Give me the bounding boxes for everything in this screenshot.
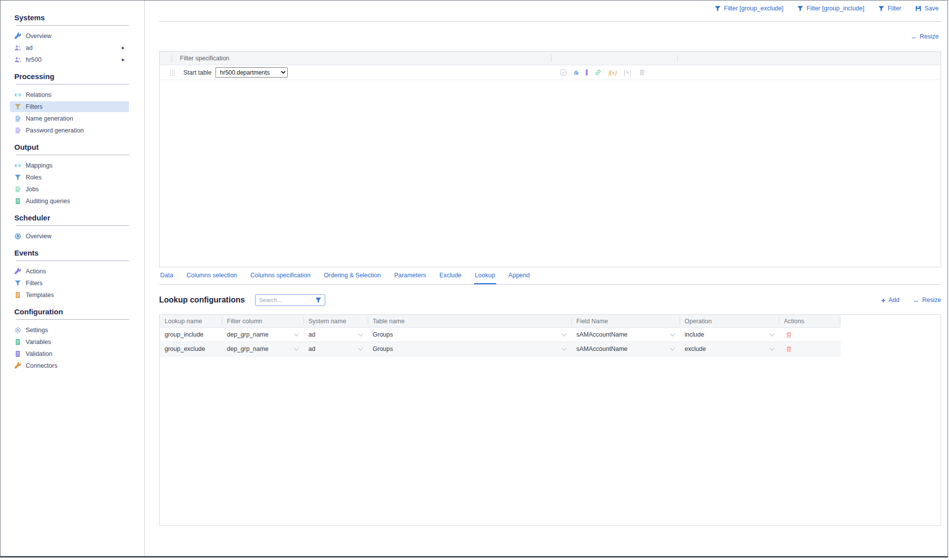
save-button[interactable]: Save: [915, 5, 939, 12]
checkbox-icon[interactable]: [560, 69, 567, 76]
column-header-filter-column: Filter column: [222, 315, 303, 327]
table-name-dropdown[interactable]: Groups: [368, 342, 571, 356]
sidebar-item-label: Overview: [26, 233, 51, 240]
filter-button[interactable]: Filter: [878, 5, 902, 12]
sidebar-item-event-filters[interactable]: Filters: [10, 278, 129, 289]
sidebar-item-label: Password generation: [26, 127, 84, 134]
filter-icon: [797, 5, 804, 12]
chevron-down-icon: [358, 332, 363, 337]
tabs-divider: [159, 284, 941, 285]
link-icon[interactable]: [595, 69, 602, 76]
search-input[interactable]: [256, 297, 315, 303]
sidebar-item-hr500[interactable]: hr500 ▶: [10, 54, 129, 65]
tab-columns-specification[interactable]: Columns specification: [250, 270, 312, 283]
tab-append[interactable]: Append: [508, 270, 531, 283]
operation-dropdown[interactable]: exclude: [680, 342, 779, 356]
lookup-name-cell: group_exclude: [160, 342, 222, 356]
doc-icon: [14, 198, 21, 205]
start-table-row: Start table hr500.departments & f(x) |×|: [160, 65, 941, 80]
toolbar-divider: [159, 21, 941, 22]
delete-row-button[interactable]: [784, 331, 792, 339]
chevron-down-icon: [770, 346, 775, 351]
tab-columns-selection[interactable]: Columns selection: [185, 270, 238, 283]
sidebar-item-label: Variables: [26, 339, 51, 345]
sidebar-item-filters[interactable]: Filters: [10, 101, 129, 112]
edit-doc-icon: [14, 115, 21, 122]
operation-dropdown[interactable]: include: [680, 328, 779, 342]
chevron-down-icon: [294, 346, 299, 351]
column-header-table-name: Table name: [368, 315, 571, 327]
start-table-select[interactable]: hr500.departments: [216, 67, 288, 78]
add-button[interactable]: + Add: [881, 297, 900, 304]
sidebar-item-label: Jobs: [26, 186, 39, 193]
sidebar-item-relations[interactable]: Relations: [10, 89, 129, 100]
column-header-system-name: System name: [303, 315, 368, 327]
or-operator-icon[interactable]: [586, 69, 588, 76]
tab-ordering-selection[interactable]: Ordering & Selection: [323, 270, 382, 283]
trash-icon[interactable]: [639, 69, 646, 76]
delete-row-button[interactable]: [784, 345, 792, 353]
sidebar-item-name-generation[interactable]: Name generation: [10, 113, 129, 124]
lookup-name-cell: group_include: [160, 328, 222, 342]
section-divider: [16, 260, 129, 261]
filter-specification-header: Filter specification: [160, 52, 941, 65]
expand-arrow-icon[interactable]: ▶: [122, 58, 125, 62]
tab-lookup[interactable]: Lookup: [474, 270, 496, 284]
sidebar-item-mappings[interactable]: Mappings: [10, 160, 129, 171]
field-name-dropdown[interactable]: sAMAccountName: [571, 342, 680, 356]
sidebar-item-label: Filters: [26, 103, 43, 110]
sidebar-item-label: ad: [26, 44, 33, 51]
and-operator-icon[interactable]: &: [574, 69, 579, 76]
chevron-down-icon: [294, 332, 299, 337]
chevron-down-icon: [358, 346, 363, 351]
doc-icon: [14, 339, 21, 345]
funnel-icon: [14, 280, 21, 287]
system-name-dropdown[interactable]: ad: [303, 328, 368, 342]
search-filter-icon[interactable]: [315, 297, 322, 303]
clock-icon: [14, 233, 21, 240]
sidebar-item-connectors[interactable]: Connectors: [10, 360, 129, 371]
table-row: group_exclude dep_grp_name ad Groups sAM…: [160, 342, 841, 356]
resize-filter-panel-button[interactable]: ↔ Resize: [910, 33, 939, 40]
sidebar-item-roles[interactable]: Roles: [10, 172, 129, 183]
filter-group-exclude-button[interactable]: Filter [group_exclude]: [714, 5, 783, 12]
sidebar-item-settings[interactable]: Settings: [10, 325, 129, 336]
resize-lookup-button[interactable]: ↔ Resize: [913, 297, 941, 303]
sidebar-section-configuration: Configuration Settings Variables Validat…: [0, 307, 144, 371]
sidebar-item-templates[interactable]: Templates: [10, 290, 129, 301]
tab-bar: Data Columns selection Columns specifica…: [159, 270, 531, 285]
sidebar-item-actions[interactable]: Actions: [10, 266, 129, 277]
start-table-label: Start table: [183, 69, 212, 76]
wrench-icon: [14, 33, 21, 40]
edit-doc-icon: [14, 127, 21, 134]
sidebar-item-jobs[interactable]: Jobs: [10, 184, 129, 195]
sidebar-item-auditing-queries[interactable]: Auditing queries: [10, 196, 129, 207]
sidebar-section-title: Scheduler: [0, 214, 144, 222]
drag-handle[interactable]: [169, 69, 176, 77]
sidebar-item-ad[interactable]: ad ▶: [10, 43, 129, 53]
filter-group-include-button[interactable]: Filter [group_include]: [797, 5, 864, 12]
sidebar-item-label: Filters: [26, 280, 43, 287]
table-name-dropdown[interactable]: Groups: [368, 328, 571, 342]
field-name-dropdown[interactable]: sAMAccountName: [571, 328, 680, 342]
tab-exclude[interactable]: Exclude: [438, 270, 462, 283]
expand-arrow-icon[interactable]: ▶: [122, 46, 125, 50]
sidebar-item-variables[interactable]: Variables: [10, 337, 129, 347]
sidebar-item-validation[interactable]: Validation: [10, 348, 129, 359]
sidebar-item-label: Roles: [26, 174, 42, 181]
function-icon[interactable]: f(x): [608, 70, 617, 76]
filter-column-dropdown[interactable]: dep_grp_name: [222, 328, 303, 342]
sidebar-item-label: Mappings: [26, 162, 52, 169]
tab-parameters[interactable]: Parameters: [393, 270, 427, 283]
app-window: Systems Overview ad ▶ hr500 ▶ Processing: [0, 0, 948, 558]
sidebar-item-overview[interactable]: Overview: [10, 31, 129, 42]
sidebar-item-password-generation[interactable]: Password generation: [10, 125, 129, 136]
filter-column-dropdown[interactable]: dep_grp_name: [222, 342, 303, 356]
sidebar-section-title: Processing: [0, 72, 144, 81]
tab-data[interactable]: Data: [159, 270, 174, 283]
not-equal-icon[interactable]: |×|: [624, 70, 632, 76]
sidebar-item-label: Validation: [26, 350, 52, 357]
system-name-dropdown[interactable]: ad: [303, 342, 368, 356]
sidebar-item-scheduler-overview[interactable]: Overview: [10, 231, 129, 242]
lookup-configurations-header: Lookup configurations + Add ↔ Resize: [159, 291, 941, 309]
